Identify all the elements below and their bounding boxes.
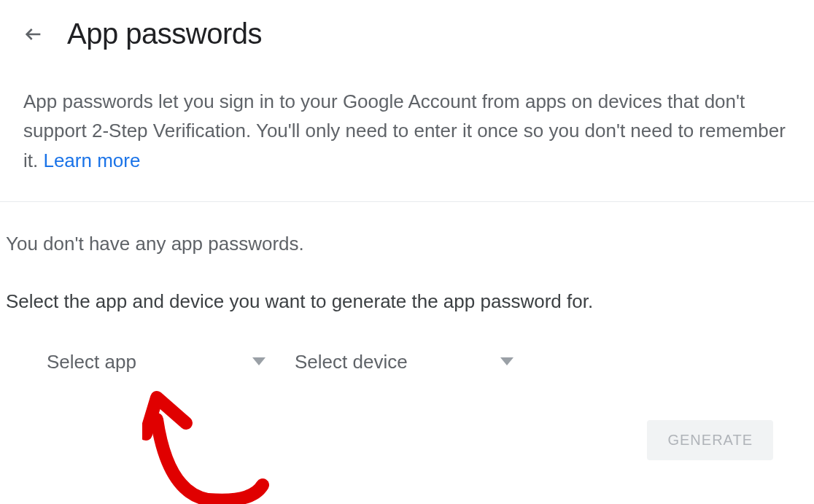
main-content: You don't have any app passwords. Select… bbox=[0, 202, 814, 481]
back-button[interactable] bbox=[23, 24, 44, 44]
caret-down-icon bbox=[500, 357, 513, 366]
select-device-label: Select device bbox=[295, 351, 477, 373]
arrow-left-icon bbox=[23, 24, 44, 44]
select-app-label: Select app bbox=[47, 351, 229, 373]
page-header: App passwords bbox=[0, 0, 814, 63]
select-device-dropdown[interactable]: Select device bbox=[295, 348, 513, 376]
svg-marker-1 bbox=[252, 357, 265, 365]
no-passwords-status: You don't have any app passwords. bbox=[6, 233, 791, 255]
page-title: App passwords bbox=[67, 18, 262, 50]
select-app-dropdown[interactable]: Select app bbox=[47, 348, 265, 376]
description-text: App passwords let you sign in to your Go… bbox=[0, 63, 814, 202]
learn-more-link[interactable]: Learn more bbox=[43, 150, 140, 171]
svg-marker-2 bbox=[500, 357, 513, 365]
instruction-text: Select the app and device you want to ge… bbox=[6, 290, 791, 313]
dropdown-row: Select app Select device bbox=[6, 348, 791, 376]
caret-down-icon bbox=[252, 357, 265, 366]
actions-row: GENERATE bbox=[6, 411, 791, 460]
generate-button[interactable]: GENERATE bbox=[647, 420, 773, 460]
